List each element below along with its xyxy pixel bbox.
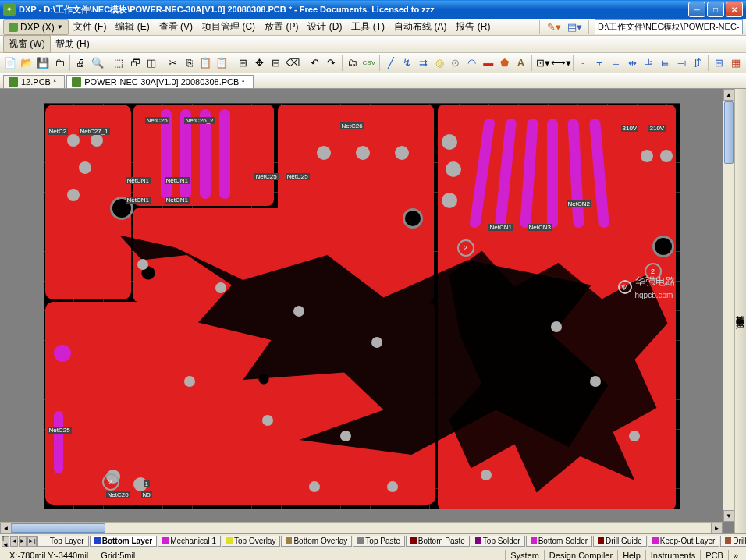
menu-project[interactable]: 项目管理 (C) xyxy=(197,19,260,35)
scroll-right-icon[interactable]: ► xyxy=(711,523,723,533)
maximize-button[interactable]: □ xyxy=(707,2,724,17)
layer-tab-bottom[interactable]: Bottom Layer xyxy=(90,536,157,547)
menu-file[interactable]: 文件 (F) xyxy=(69,19,112,35)
path-input[interactable] xyxy=(595,19,743,34)
place-track-icon[interactable]: ↯ xyxy=(400,55,414,72)
menu-tools[interactable]: 工具 (T) xyxy=(346,19,389,35)
align-right-icon[interactable]: ⫠ xyxy=(609,55,623,72)
layer-next-icon[interactable]: ► xyxy=(19,536,27,547)
zoom-fit-icon[interactable]: 🗗 xyxy=(128,55,143,72)
open-icon[interactable]: 📂 xyxy=(20,55,34,72)
clear-icon[interactable]: ⌫ xyxy=(285,55,300,72)
place-component-icon[interactable]: ⊡▾ xyxy=(535,55,551,72)
net-label: NetCN1 xyxy=(126,197,151,204)
print-icon[interactable]: 🖨 xyxy=(73,55,88,72)
status-instruments[interactable]: Instruments xyxy=(645,550,700,561)
select-inside-icon[interactable]: ⊞ xyxy=(236,55,251,72)
vertical-scrollbar[interactable]: ▲ ▼ xyxy=(723,89,734,522)
tab-12pcb[interactable]: 12.PCB * xyxy=(3,75,65,88)
paste-icon[interactable]: 📋 xyxy=(198,55,213,72)
menu-reports[interactable]: 报告 (R) xyxy=(451,19,495,35)
close-button[interactable]: ✕ xyxy=(726,2,743,17)
layer-tab-botsolder[interactable]: Bottom Solder xyxy=(526,536,592,547)
menu-edit[interactable]: 编辑 (E) xyxy=(111,19,154,35)
menu-place[interactable]: 放置 (P) xyxy=(260,19,303,35)
watermark-icon: Ѱ xyxy=(618,280,632,294)
align-vcenter-icon[interactable]: ⫢ xyxy=(658,55,673,72)
zoom-area-icon[interactable]: ⬚ xyxy=(112,55,126,72)
place-fill-icon[interactable]: ▬ xyxy=(481,55,496,72)
layer-tab-mech1[interactable]: Mechanical 1 xyxy=(158,536,221,547)
align-left-icon[interactable]: ⫞ xyxy=(577,55,591,72)
status-pcb[interactable]: PCB xyxy=(700,550,728,561)
layer-tab-topsolder[interactable]: Top Solder xyxy=(471,536,525,547)
scroll-h-thumb[interactable] xyxy=(12,523,105,533)
scroll-up-icon[interactable]: ▲ xyxy=(723,89,734,101)
rooms-icon[interactable]: ▦ xyxy=(728,55,743,72)
layer-tab-drillguide[interactable]: Drill Guide xyxy=(593,536,647,547)
new-icon[interactable]: 📄 xyxy=(3,55,18,72)
layer-tab-keepout[interactable]: Keep-Out Layer xyxy=(648,536,720,547)
align-hcenter-icon[interactable]: ⫟ xyxy=(592,55,607,72)
horizontal-scrollbar[interactable]: ◄ ► xyxy=(0,522,723,533)
deselect-icon[interactable]: ⊟ xyxy=(268,55,283,72)
folder-icon[interactable]: 🗀 xyxy=(52,55,67,72)
csv-icon[interactable]: CSV xyxy=(361,55,376,72)
align-grid-icon[interactable]: ⊞ xyxy=(712,55,726,72)
move-icon[interactable]: ✥ xyxy=(252,55,267,72)
status-chevron-icon[interactable]: » xyxy=(728,550,743,561)
side-panel[interactable]: 剪贴板 收藏 库 xyxy=(734,89,746,533)
place-line-icon[interactable]: ╱ xyxy=(383,55,398,72)
layer-tab-top[interactable]: Top Layer xyxy=(37,536,89,547)
preview-icon[interactable]: 🔍 xyxy=(90,55,105,72)
redo-icon[interactable]: ↷ xyxy=(324,55,339,72)
place-string-icon[interactable]: A xyxy=(513,55,528,72)
place-dimension-icon[interactable]: ⟷▾ xyxy=(552,55,570,72)
menu-window[interactable]: 视窗 (W) xyxy=(3,35,51,53)
place-poly-icon[interactable]: ⬟ xyxy=(497,55,512,72)
pcb-canvas[interactable]: 2 2 2 NetC2 NetC27_1 NetC25 NetC26_2 Net… xyxy=(44,103,680,509)
layer-last-icon[interactable]: ►| xyxy=(27,536,37,547)
align-top-icon[interactable]: ⫡ xyxy=(641,55,656,72)
place-diff-icon[interactable]: ⇉ xyxy=(416,55,431,72)
tool-pencil-icon[interactable]: ✎▾ xyxy=(545,19,563,36)
layer-tab-drilldraw[interactable]: Drill Drawing xyxy=(720,536,746,547)
save-icon[interactable]: 💾 xyxy=(36,55,51,72)
menu-design[interactable]: 设计 (D) xyxy=(303,19,346,35)
place-pad-icon[interactable]: ◎ xyxy=(432,55,447,72)
canvas-viewport[interactable]: 2 2 2 NetC2 NetC27_1 NetC25 NetC26_2 Net… xyxy=(0,89,723,522)
status-system[interactable]: System xyxy=(505,550,544,561)
tab-power-nec[interactable]: POWER-NEC-30A[V1.0] 20080308.PCB * xyxy=(66,75,253,88)
scroll-v-thumb[interactable] xyxy=(724,101,734,164)
menu-help[interactable]: 帮助 (H) xyxy=(51,36,94,52)
menu-dxp[interactable]: DXP (X)▼ xyxy=(3,19,69,35)
minimize-button[interactable]: ─ xyxy=(688,2,705,17)
dist-v-icon[interactable]: ⇵ xyxy=(691,55,705,72)
undo-icon[interactable]: ↶ xyxy=(307,55,322,72)
menu-view[interactable]: 查看 (V) xyxy=(155,19,197,35)
net-label: 310V xyxy=(648,125,666,132)
cut-icon[interactable]: ✂ xyxy=(165,55,180,72)
browse-icon[interactable]: 🗂 xyxy=(346,55,361,72)
place-via-icon[interactable]: ⊙ xyxy=(449,55,464,72)
status-compiler[interactable]: Design Compiler xyxy=(544,550,617,561)
copy-icon[interactable]: ⎘ xyxy=(182,55,197,72)
status-help[interactable]: Help xyxy=(617,550,645,561)
scroll-left-icon[interactable]: ◄ xyxy=(0,523,12,533)
align-bottom-icon[interactable]: ⫣ xyxy=(674,55,689,72)
layer-tab-toppaste[interactable]: Top Paste xyxy=(353,536,404,547)
dist-h-icon[interactable]: ⇹ xyxy=(625,55,640,72)
paste-special-icon[interactable]: 📋 xyxy=(215,55,229,72)
place-arc-icon[interactable]: ◠ xyxy=(464,55,479,72)
tool-stack-icon[interactable]: ▤▾ xyxy=(566,19,583,36)
layer-prev-icon[interactable]: ◄ xyxy=(10,536,18,547)
net-label: NetC27_1 xyxy=(79,128,110,135)
layer-tab-botoverlay[interactable]: Bottom Overlay xyxy=(281,536,352,547)
layer-first-icon[interactable]: |◄ xyxy=(2,536,9,547)
scroll-down-icon[interactable]: ▼ xyxy=(723,510,734,522)
layer-tab-topoverlay[interactable]: Top Overlay xyxy=(222,536,280,547)
pcb-file-icon xyxy=(9,77,18,87)
menu-autoroute[interactable]: 自动布线 (A) xyxy=(389,19,451,35)
zoom-select-icon[interactable]: ◫ xyxy=(144,55,159,72)
layer-tab-botpaste[interactable]: Bottom Paste xyxy=(406,536,470,547)
